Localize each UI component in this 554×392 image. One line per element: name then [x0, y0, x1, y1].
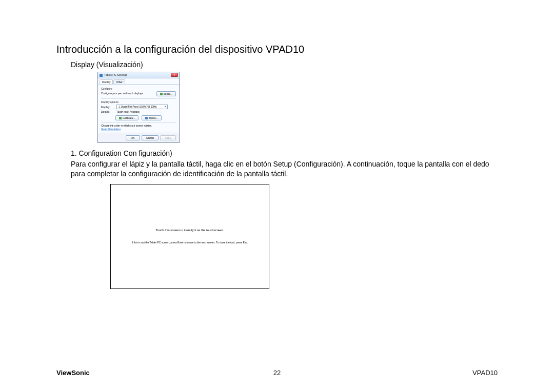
reset-icon	[145, 117, 148, 119]
display-value: 1. Digital Flat Panel (1024x768 60Hz)	[118, 106, 157, 108]
display-options-label: Display options	[101, 100, 176, 104]
controlpanel-icon	[100, 74, 103, 77]
chevron-down-icon: ▾	[165, 106, 166, 108]
body-paragraph: Para configurar el lápiz y la pantalla t…	[71, 159, 498, 179]
setup-button[interactable]: Setup...	[156, 91, 176, 96]
calibrate-button[interactable]: Calibrate...	[115, 115, 138, 120]
touch-instruction-secondary: If this is not the Tablet PC screen, pre…	[132, 241, 248, 244]
tab-display[interactable]: Display	[100, 79, 113, 84]
window-body: Configure Configure your pen and touch d…	[98, 85, 179, 133]
setup-label: Setup...	[164, 92, 172, 95]
footer-model: VPAD10	[472, 369, 498, 377]
configure-description: Configure your pen and touch displays.	[101, 92, 156, 95]
tab-other[interactable]: Other	[113, 79, 125, 84]
display-subheading: Display (Visualización)	[71, 60, 498, 69]
page-footer: ViewSonic 22 VPAD10	[56, 369, 498, 377]
apply-button[interactable]: Apply	[160, 135, 176, 140]
reset-label: Reset...	[149, 116, 157, 119]
close-button[interactable]: ×	[171, 73, 178, 77]
touchscreen-identify-panel: Touch this screen to identify it as the …	[110, 184, 269, 289]
window-button-row: OK Cancel Apply	[98, 133, 179, 142]
footer-page-number: 22	[273, 369, 281, 377]
tablet-pc-settings-window: Tablet PC Settings × Display Other Confi…	[97, 72, 180, 143]
configure-group-label: Configure	[101, 87, 176, 90]
divider	[101, 122, 176, 123]
orientation-link[interactable]: Go to Orientation	[101, 128, 121, 131]
ok-button[interactable]: OK	[126, 135, 140, 140]
divider	[101, 98, 176, 99]
details-value: Touch Input Available	[116, 111, 140, 114]
config-step-label: 1. Configuration Con figuración)	[71, 149, 498, 157]
cancel-button[interactable]: Cancel	[142, 135, 159, 140]
reset-button[interactable]: Reset...	[142, 115, 161, 120]
window-titlebar[interactable]: Tablet PC Settings ×	[98, 72, 179, 78]
display-dropdown[interactable]: 1. Digital Flat Panel (1024x768 60Hz) ▾	[116, 105, 168, 109]
calibrate-label: Calibrate...	[123, 116, 135, 119]
gear-icon	[160, 93, 163, 95]
details-field-label: Details:	[101, 110, 116, 113]
display-field-label: Display:	[101, 106, 116, 109]
window-title: Tablet PC Settings	[104, 73, 127, 77]
touch-instruction-primary: Touch this screen to identify it as the …	[156, 229, 224, 232]
target-icon	[119, 117, 122, 119]
footer-brand: ViewSonic	[56, 369, 90, 377]
page-heading: Introducción a la configuración del disp…	[56, 44, 498, 55]
tab-strip: Display Other	[98, 78, 179, 85]
